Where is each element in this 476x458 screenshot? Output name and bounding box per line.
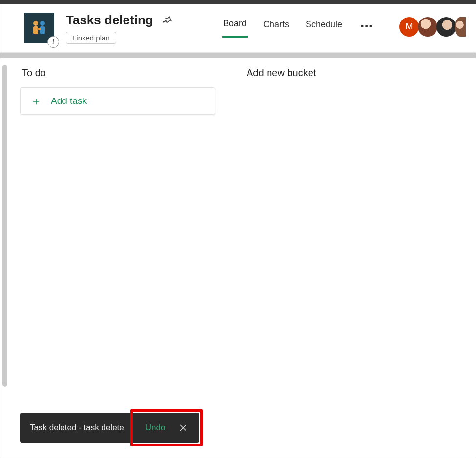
info-badge[interactable]: i [47,36,59,48]
info-icon: i [52,38,54,46]
people-icon [29,18,49,38]
svg-rect-1 [33,26,38,34]
svg-rect-4 [37,28,41,30]
svg-rect-3 [40,26,45,34]
avatar-photo-2[interactable] [436,17,456,37]
board-area: To do ＋ Add task Add new bucket [0,58,476,124]
plan-icon-wrap: i [24,13,54,43]
toast-message: Task deleted - task delete [20,423,134,433]
vertical-scrollbar[interactable] [2,65,7,387]
horizontal-scrollbar[interactable] [0,53,476,58]
linked-plan-badge[interactable]: Linked plan [66,32,116,44]
svg-point-0 [33,21,38,26]
undo-button[interactable]: Undo [143,421,168,435]
pin-button[interactable] [160,14,174,27]
avatar-photo-3[interactable] [455,17,466,37]
add-task-button[interactable]: ＋ Add task [20,87,215,115]
tab-schedule[interactable]: Schedule [305,17,343,37]
bucket-todo: To do ＋ Add task [20,67,215,115]
title-block: Tasks deleting Linked plan [66,13,174,44]
pin-icon [161,15,173,26]
bucket-title[interactable]: To do [22,67,215,79]
svg-point-2 [40,21,45,26]
avatar-photo-1[interactable] [418,17,437,37]
close-icon [179,423,187,432]
ellipsis-icon: ••• [361,21,373,31]
add-bucket[interactable]: Add new bucket [245,67,391,115]
add-bucket-label: Add new bucket [247,67,391,79]
more-options-button[interactable]: ••• [358,21,376,32]
tab-board[interactable]: Board [222,16,248,38]
toast: Task deleted - task delete Undo [20,413,199,443]
plan-title: Tasks deleting [66,13,153,28]
plan-header: i Tasks deleting Linked plan Board Chart… [0,4,476,53]
tabs: Board Charts Schedule ••• M [222,13,466,38]
add-task-label: Add task [51,96,87,106]
avatar-letter[interactable]: M [399,17,419,37]
toast-actions: Undo [134,413,200,443]
toast-close-button[interactable] [177,421,189,434]
avatar-stack[interactable]: M [399,17,466,37]
tab-charts[interactable]: Charts [262,17,290,37]
